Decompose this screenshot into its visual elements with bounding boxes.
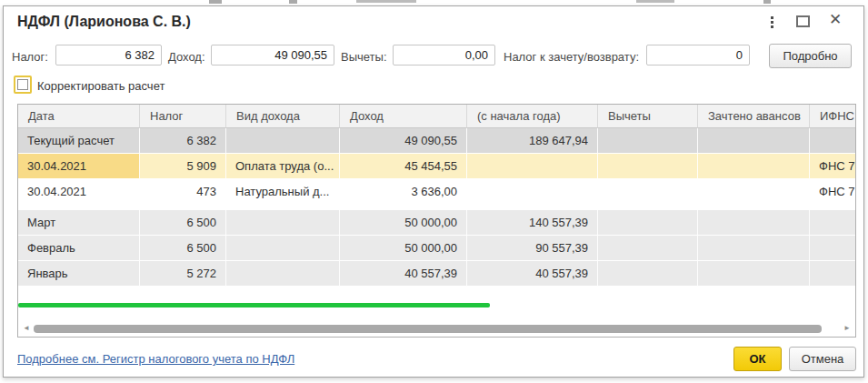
col-header-s-nachala-goda[interactable]: (с начала года)	[467, 105, 598, 128]
background-window-fragment	[209, 0, 222, 4]
cell[interactable]	[226, 261, 340, 287]
scrollbar-track[interactable]	[32, 325, 842, 333]
cell[interactable]: Оплата труда (о...	[226, 154, 340, 179]
ndfl-table: Дата Налог Вид дохода Доход (с начала го…	[18, 105, 856, 287]
table-row-march[interactable]: Март 6 500 50 000,00 140 557,39	[18, 210, 856, 236]
cell[interactable]	[467, 179, 598, 205]
correct-calc-checkbox[interactable]	[14, 76, 32, 94]
cell[interactable]: ФНС 7	[810, 179, 856, 205]
scroll-right-icon[interactable]: ►	[842, 323, 853, 334]
cell[interactable]: Март	[18, 210, 140, 236]
cell[interactable]: 40 557,39	[467, 261, 598, 287]
cell[interactable]	[810, 128, 856, 154]
col-header-nalog[interactable]: Налог	[140, 105, 226, 128]
zachet-input[interactable]	[646, 45, 750, 66]
cell[interactable]: 6 500	[140, 236, 226, 261]
cell[interactable]: 140 557,39	[467, 210, 598, 236]
table-row-february[interactable]: Февраль 6 500 50 000,00 90 557,39	[18, 236, 856, 261]
cell[interactable]: 30.04.2021	[18, 179, 140, 205]
more-menu-icon[interactable]	[765, 15, 778, 35]
cell[interactable]: 189 647,94	[467, 128, 598, 154]
cell[interactable]: 5 272	[140, 261, 226, 287]
cell[interactable]	[598, 261, 698, 287]
background-window-fragment	[636, 0, 674, 3]
cell[interactable]: Февраль	[18, 236, 140, 261]
cell[interactable]: ФНС 7	[810, 154, 856, 179]
cell[interactable]: 49 090,55	[340, 128, 467, 154]
cell[interactable]	[810, 236, 856, 261]
cell[interactable]	[698, 179, 810, 205]
close-icon[interactable]: ✕	[826, 9, 844, 31]
cell[interactable]	[598, 128, 698, 154]
cell[interactable]: 50 000,00	[340, 236, 467, 261]
cell[interactable]	[810, 261, 856, 287]
cell[interactable]: 50 000,00	[340, 210, 467, 236]
col-header-vychety[interactable]: Вычеты	[598, 105, 698, 128]
ndfl-grid: Дата Налог Вид дохода Доход (с начала го…	[17, 104, 856, 338]
correct-calc-label: Корректировать расчет	[37, 79, 165, 93]
cell[interactable]	[698, 261, 810, 287]
ok-button[interactable]: ОК	[733, 347, 782, 371]
cell[interactable]: 3 636,00	[340, 179, 467, 205]
cell[interactable]: 5 909	[140, 154, 226, 179]
cell[interactable]	[698, 154, 810, 179]
cell[interactable]	[467, 154, 598, 179]
vychety-label: Вычеты:	[341, 50, 387, 64]
cell[interactable]: Натуральный д...	[226, 179, 340, 205]
cell[interactable]	[598, 154, 698, 179]
cell[interactable]: 40 557,39	[340, 261, 467, 287]
table-row-selected[interactable]: 30.04.2021 5 909 Оплата труда (о... 45 4…	[18, 154, 856, 179]
cancel-button[interactable]: Отмена	[789, 347, 856, 371]
col-header-dohod[interactable]: Доход	[340, 105, 467, 128]
cell[interactable]	[810, 210, 856, 236]
cell[interactable]	[226, 236, 340, 261]
cell[interactable]	[698, 210, 810, 236]
cell[interactable]: 6 500	[140, 210, 226, 236]
zachet-label: Налог к зачету/возврату:	[504, 50, 639, 64]
green-highlight-bar	[18, 303, 490, 307]
cell[interactable]	[698, 128, 810, 154]
vychety-input[interactable]	[393, 45, 495, 66]
register-link[interactable]: Подробнее см. Регистр налогового учета п…	[17, 352, 294, 366]
col-header-vid-dohoda[interactable]: Вид дохода	[226, 105, 340, 128]
screen: НДФЛ (Ларионова С. В.) ✕ Налог: Доход: В…	[0, 0, 868, 383]
table-row-january[interactable]: Январь 5 272 40 557,39 40 557,39	[18, 261, 856, 287]
background-window-fragment	[289, 0, 297, 4]
maximize-icon[interactable]	[796, 15, 810, 27]
cell[interactable]: 90 557,39	[467, 236, 598, 261]
active-cell[interactable]: 30.04.2021	[18, 154, 140, 179]
cell[interactable]	[598, 236, 698, 261]
scroll-left-icon[interactable]: ◄	[21, 323, 32, 334]
cell[interactable]	[226, 210, 340, 236]
cell[interactable]	[698, 236, 810, 261]
table-row[interactable]: 30.04.2021 473 Натуральный д... 3 636,00…	[18, 179, 856, 205]
dohod-input[interactable]	[211, 45, 334, 66]
scrollbar-thumb[interactable]	[34, 325, 822, 333]
table-row-current-calc[interactable]: Текущий расчет 6 382 49 090,55 189 647,9…	[18, 128, 856, 154]
col-header-zachteno-avansov[interactable]: Зачтено авансов	[698, 105, 810, 128]
cell[interactable]: 45 454,55	[340, 154, 467, 179]
col-header-data[interactable]: Дата	[18, 105, 140, 128]
dialog-title: НДФЛ (Ларионова С. В.)	[17, 14, 191, 30]
cell[interactable]: Текущий расчет	[18, 128, 140, 154]
col-header-ifns[interactable]: ИФНС	[810, 105, 856, 128]
table-header-row: Дата Налог Вид дохода Доход (с начала го…	[18, 105, 856, 128]
cell[interactable]	[226, 128, 340, 154]
cell[interactable]: 6 382	[140, 128, 226, 154]
checkbox-box	[17, 79, 28, 90]
detail-button[interactable]: Подробно	[769, 44, 852, 68]
cell[interactable]: 473	[140, 179, 226, 205]
nalog-input[interactable]	[55, 45, 162, 66]
horizontal-scrollbar[interactable]: ◄ ►	[21, 323, 853, 334]
cell[interactable]	[598, 210, 698, 236]
background-window-fragment	[763, 0, 771, 4]
background-window-fragment	[356, 0, 416, 3]
cell[interactable]: Январь	[18, 261, 140, 287]
cell[interactable]	[598, 179, 698, 205]
ndfl-dialog: НДФЛ (Ларионова С. В.) ✕ Налог: Доход: В…	[3, 5, 864, 378]
dohod-label: Доход:	[168, 50, 205, 64]
nalog-label: Налог:	[12, 50, 48, 64]
